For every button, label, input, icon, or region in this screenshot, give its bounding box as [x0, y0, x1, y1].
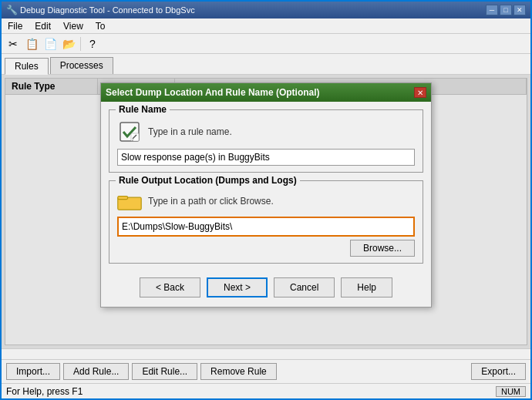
- window-title: Debug Diagnostic Tool - Connected to Dbg…: [20, 5, 483, 15]
- main-window: 🔧 Debug Diagnostic Tool - Connected to D…: [0, 0, 532, 400]
- title-bar: 🔧 Debug Diagnostic Tool - Connected to D…: [2, 2, 530, 18]
- path-input[interactable]: [122, 221, 410, 232]
- menu-edit[interactable]: Edit: [29, 19, 57, 33]
- menu-bar: File Edit View To: [2, 18, 530, 34]
- paste-button[interactable]: 📄: [42, 35, 59, 52]
- status-text: For Help, press F1: [6, 386, 82, 397]
- dialog-close-button[interactable]: ✕: [414, 87, 426, 98]
- tab-bar: Rules Processes: [2, 54, 530, 75]
- cut-button[interactable]: ✂: [5, 35, 22, 52]
- dialog: Select Dump Location And Rule Name (Opti…: [100, 82, 432, 308]
- add-rule-button[interactable]: Add Rule...: [63, 363, 129, 380]
- rule-name-legend: Rule Name: [116, 104, 170, 115]
- cancel-button[interactable]: Cancel: [274, 277, 335, 297]
- window-close-button[interactable]: ✕: [513, 5, 526, 15]
- tab-processes[interactable]: Processes: [50, 57, 113, 74]
- export-button[interactable]: Export...: [471, 363, 526, 380]
- next-button[interactable]: Next >: [207, 277, 268, 297]
- dialog-title-bar: Select Dump Location And Rule Name (Opti…: [101, 83, 431, 102]
- output-hint-row: Type in a path or click Browse.: [117, 190, 415, 212]
- svg-rect-5: [118, 197, 128, 200]
- tab-rules[interactable]: Rules: [5, 58, 49, 75]
- menu-file[interactable]: File: [2, 19, 29, 33]
- edit-rule-button[interactable]: Edit Rule...: [132, 363, 197, 380]
- folder-icon: [117, 190, 142, 212]
- rule-name-icon: [117, 119, 142, 144]
- content-area: Rule Type np Count Userdur Select Dump L…: [2, 75, 530, 348]
- browse-button[interactable]: Browse...: [350, 240, 415, 257]
- dialog-title: Select Dump Location And Rule Name (Opti…: [106, 87, 320, 98]
- menu-to[interactable]: To: [89, 19, 112, 33]
- path-input-wrapper: [117, 217, 415, 237]
- horizontal-scrollbar[interactable]: [2, 348, 530, 359]
- num-indicator: NUM: [496, 386, 526, 397]
- app-icon: 🔧: [6, 5, 17, 15]
- menu-view[interactable]: View: [57, 19, 89, 33]
- rule-name-hint: Type in a rule name.: [148, 126, 232, 137]
- status-bar: For Help, press F1 NUM: [2, 383, 530, 398]
- copy-button[interactable]: 📋: [23, 35, 40, 52]
- import-button[interactable]: Import...: [6, 363, 60, 380]
- bottom-toolbar: Import... Add Rule... Edit Rule... Remov…: [2, 359, 530, 383]
- dialog-buttons: < Back Next > Cancel Help: [101, 271, 431, 307]
- rule-name-input[interactable]: [117, 149, 415, 166]
- toolbar-separator: [80, 37, 81, 51]
- remove-rule-button[interactable]: Remove Rule: [200, 363, 277, 380]
- minimize-button[interactable]: ─: [486, 5, 498, 15]
- output-hint: Type in a path or click Browse.: [148, 196, 274, 207]
- window-controls: ─ □ ✕: [486, 5, 526, 15]
- output-legend: Rule Output Location (Dumps and Logs): [116, 175, 300, 186]
- dialog-help-button[interactable]: Help: [341, 277, 392, 297]
- rule-name-section: Rule Name Type in a rule n: [109, 109, 423, 173]
- browse-btn-wrapper: Browse...: [117, 240, 415, 257]
- help-button[interactable]: ?: [84, 35, 101, 52]
- dialog-body: Rule Name Type in a rule n: [101, 102, 431, 271]
- toolbar: ✂ 📋 📄 📂 ?: [2, 34, 530, 54]
- open-button[interactable]: 📂: [60, 35, 77, 52]
- maximize-button[interactable]: □: [500, 5, 512, 15]
- output-location-section: Rule Output Location (Dumps and Logs) Ty…: [109, 180, 423, 264]
- back-button[interactable]: < Back: [140, 277, 200, 297]
- dialog-overlay: Select Dump Location And Rule Name (Opti…: [2, 75, 530, 348]
- rule-name-hint-row: Type in a rule name.: [117, 119, 415, 144]
